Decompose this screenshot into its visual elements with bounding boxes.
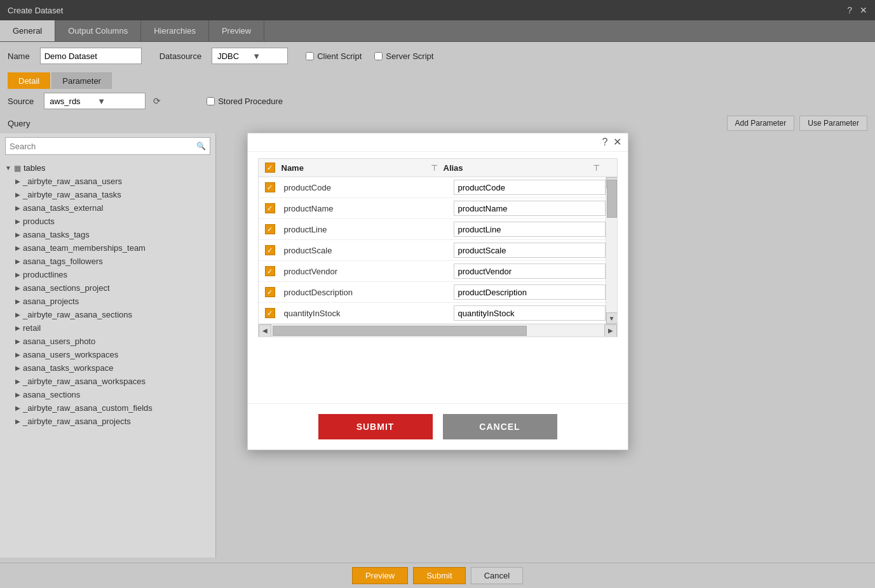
table-row: ✓ productCode (259, 177, 606, 198)
column-select-dialog: ? ✕ ✓ Name ⊤ Alias ⊤ (247, 133, 628, 450)
alias-input-2[interactable] (454, 201, 606, 216)
dialog-cancel-button[interactable]: CANCEL (443, 414, 557, 439)
dialog-body: ✓ Name ⊤ Alias ⊤ ✓ productCode (248, 152, 628, 403)
close-button[interactable]: ✕ (860, 5, 867, 15)
row-alias-7 (454, 305, 606, 321)
alias-column-header: Alias (444, 163, 588, 173)
data-table: ✓ Name ⊤ Alias ⊤ ✓ productCode (258, 158, 618, 337)
vertical-scrollbar[interactable]: ▲ ▼ (606, 177, 617, 324)
alias-input-1[interactable] (454, 180, 606, 195)
row-alias-6 (454, 284, 606, 300)
dialog-header: ? ✕ (248, 133, 628, 152)
horizontal-scrollbar[interactable]: ◀ ▶ (259, 324, 617, 337)
alias-filter-icon[interactable]: ⊤ (588, 163, 606, 173)
table-row: ✓ productDescription (259, 282, 606, 303)
scroll-thumb[interactable] (607, 180, 617, 218)
table-scroll-area[interactable]: ✓ productCode ✓ productName (259, 177, 617, 324)
row-checkbox-4[interactable]: ✓ (259, 245, 281, 255)
alias-input-6[interactable] (454, 284, 606, 300)
row-checkbox-6[interactable]: ✓ (259, 287, 281, 297)
scroll-down-button[interactable]: ▼ (606, 312, 617, 324)
dialog-overlay: ? ✕ ✓ Name ⊤ Alias ⊤ (0, 20, 875, 563)
alias-input-7[interactable] (454, 305, 606, 321)
name-filter-icon[interactable]: ⊤ (426, 163, 444, 173)
alias-input-3[interactable] (454, 222, 606, 237)
alias-input-5[interactable] (454, 264, 606, 279)
row-checkbox-1[interactable]: ✓ (259, 182, 281, 192)
title-bar: Create Dataset ? ✕ (0, 0, 875, 20)
dialog-close-button[interactable]: ✕ (613, 137, 621, 147)
header-checkbox-col: ✓ (259, 163, 281, 173)
bottom-submit-button[interactable]: Submit (413, 567, 465, 584)
bottom-cancel-button[interactable]: Cancel (471, 567, 523, 584)
select-all-checkbox[interactable]: ✓ (265, 163, 275, 173)
title-bar-controls: ? ✕ (847, 5, 867, 15)
h-scroll-track (271, 324, 604, 337)
h-scroll-thumb[interactable] (273, 326, 527, 336)
table-row: ✓ quantityInStock (259, 303, 606, 324)
scroll-right-button[interactable]: ▶ (604, 324, 617, 337)
table-row: ✓ productVendor (259, 261, 606, 282)
dialog-submit-button[interactable]: SUBMIT (318, 414, 433, 439)
window-title: Create Dataset (8, 6, 63, 15)
row-checkbox-5[interactable]: ✓ (259, 266, 281, 276)
help-button[interactable]: ? (847, 5, 852, 15)
table-row: ✓ productName (259, 198, 606, 219)
dialog-footer: SUBMIT CANCEL (248, 403, 628, 450)
row-alias-1 (454, 180, 606, 195)
bottom-preview-button[interactable]: Preview (352, 567, 408, 584)
row-checkbox-7[interactable]: ✓ (259, 308, 281, 318)
dialog-help-button[interactable]: ? (602, 137, 608, 147)
bottom-bar: Preview Submit Cancel (0, 563, 875, 588)
name-column-header: Name (281, 163, 426, 173)
row-alias-3 (454, 222, 606, 237)
alias-input-4[interactable] (454, 243, 606, 258)
table-row: ✓ productScale (259, 240, 606, 261)
row-checkbox-3[interactable]: ✓ (259, 224, 281, 234)
scroll-left-button[interactable]: ◀ (259, 324, 271, 337)
row-alias-4 (454, 243, 606, 258)
row-alias-2 (454, 201, 606, 216)
row-alias-5 (454, 264, 606, 279)
table-row: ✓ productLine (259, 219, 606, 240)
column-header-row: ✓ Name ⊤ Alias ⊤ (259, 159, 617, 177)
row-checkbox-2[interactable]: ✓ (259, 203, 281, 213)
